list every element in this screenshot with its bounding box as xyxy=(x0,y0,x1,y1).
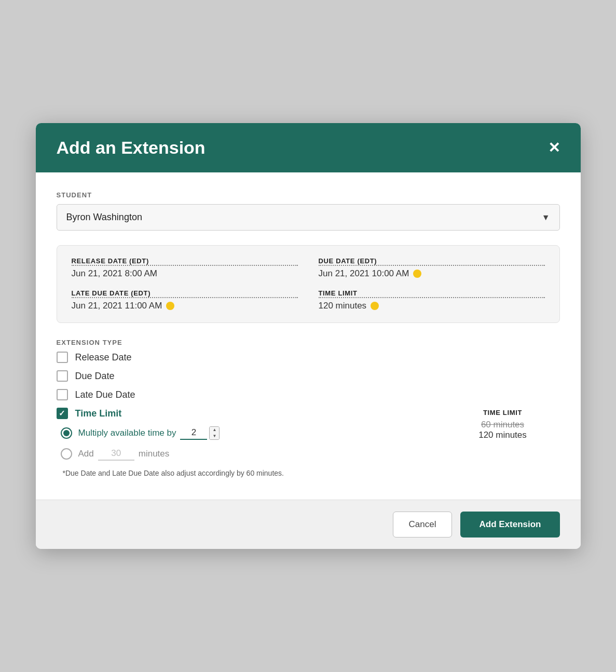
close-button[interactable]: ✕ xyxy=(548,141,560,155)
multiply-radio-row: Multiply available time by ▲ ▼ xyxy=(61,426,446,440)
modal-header: Add an Extension ✕ xyxy=(36,123,581,172)
late-due-date-label: LATE DUE DATE (EDT) xyxy=(72,289,298,298)
time-limit-summary-label: TIME LIMIT xyxy=(446,409,560,416)
due-date-checkbox[interactable] xyxy=(57,370,68,382)
note-text: *Due Date and Late Due Date also adjust … xyxy=(61,468,446,479)
release-date-value: Jun 21, 2021 8:00 AM xyxy=(72,268,298,279)
add-extension-button[interactable]: Add Extension xyxy=(460,512,559,537)
due-date-label: DUE DATE (EDT) xyxy=(319,257,545,266)
multiply-value-input[interactable] xyxy=(180,426,207,440)
checkbox-row-due-date: Due Date xyxy=(57,370,560,382)
modal-body: STUDENT Byron Washington ▼ RELEASE DATE … xyxy=(36,172,581,500)
add-radio[interactable] xyxy=(61,448,72,460)
due-date-indicator xyxy=(413,270,421,278)
chevron-down-icon: ▼ xyxy=(542,213,550,222)
time-limit-row: Time Limit Multiply available time by xyxy=(57,408,560,479)
release-date-checkbox-label: Release Date xyxy=(75,352,132,363)
late-due-date-checkbox-label: Late Due Date xyxy=(75,389,135,400)
time-limit-info-value: 120 minutes xyxy=(319,301,545,311)
multiply-input-wrap: ▲ ▼ xyxy=(180,426,220,440)
time-limit-left: Time Limit Multiply available time by xyxy=(57,408,446,479)
time-limit-info-item: TIME LIMIT 120 minutes xyxy=(319,289,545,311)
spinner-up[interactable]: ▲ xyxy=(210,427,219,433)
extension-type-section: EXTENSION TYPE Release Date Due Date Lat… xyxy=(57,339,560,479)
multiply-radio[interactable] xyxy=(61,427,72,439)
checkbox-row-release-date: Release Date xyxy=(57,352,560,363)
multiply-spinner[interactable]: ▲ ▼ xyxy=(209,426,220,440)
add-extension-modal: Add an Extension ✕ STUDENT Byron Washing… xyxy=(36,123,581,549)
multiply-label: Multiply available time by ▲ ▼ xyxy=(78,426,220,440)
late-due-date-indicator xyxy=(166,302,174,310)
checkbox-row-time-limit: Time Limit xyxy=(57,408,446,419)
time-limit-original-value: 60 minutes xyxy=(446,420,560,430)
time-limit-checkbox[interactable] xyxy=(57,408,68,419)
modal-title: Add an Extension xyxy=(57,138,206,158)
spinner-down[interactable]: ▼ xyxy=(210,433,219,439)
late-due-date-item: LATE DUE DATE (EDT) Jun 21, 2021 11:00 A… xyxy=(72,289,298,311)
time-limit-info-label: TIME LIMIT xyxy=(319,289,545,298)
radio-sub-section: Multiply available time by ▲ ▼ xyxy=(57,426,446,479)
add-radio-row: Add minutes xyxy=(61,447,446,461)
dates-info-grid: RELEASE DATE (EDT) Jun 21, 2021 8:00 AM … xyxy=(57,245,560,323)
release-date-label: RELEASE DATE (EDT) xyxy=(72,257,298,266)
extension-type-label: EXTENSION TYPE xyxy=(57,339,560,346)
student-select[interactable]: Byron Washington ▼ xyxy=(57,204,560,231)
time-limit-indicator xyxy=(371,302,379,310)
due-date-item: DUE DATE (EDT) Jun 21, 2021 10:00 AM xyxy=(319,257,545,279)
time-limit-new-value: 120 minutes xyxy=(446,430,560,440)
modal-footer: Cancel Add Extension xyxy=(36,500,581,549)
release-date-item: RELEASE DATE (EDT) Jun 21, 2021 8:00 AM xyxy=(72,257,298,279)
add-value-input[interactable] xyxy=(98,447,134,461)
time-limit-checkbox-label: Time Limit xyxy=(75,408,122,419)
checkbox-row-late-due-date: Late Due Date xyxy=(57,389,560,400)
due-date-value: Jun 21, 2021 10:00 AM xyxy=(319,268,545,279)
release-date-checkbox[interactable] xyxy=(57,352,68,363)
late-due-date-checkbox[interactable] xyxy=(57,389,68,400)
late-due-date-value: Jun 21, 2021 11:00 AM xyxy=(72,301,298,311)
student-select-value: Byron Washington xyxy=(66,212,542,223)
time-limit-summary: TIME LIMIT 60 minutes 120 minutes xyxy=(446,408,560,440)
due-date-checkbox-label: Due Date xyxy=(75,371,115,382)
student-label: STUDENT xyxy=(57,191,560,199)
cancel-button[interactable]: Cancel xyxy=(393,512,453,537)
add-label: Add minutes xyxy=(78,447,170,461)
